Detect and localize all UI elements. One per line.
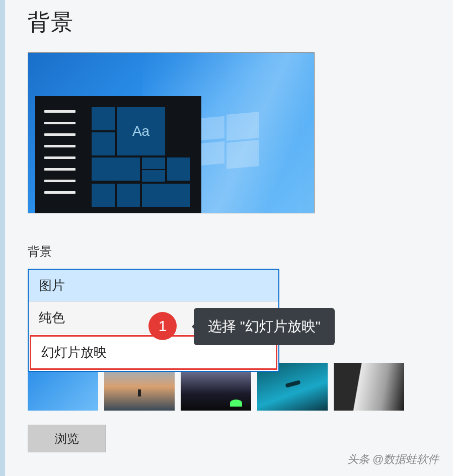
preview-start-menu: Aa <box>35 96 201 213</box>
preview-tile-aa: Aa <box>117 107 165 155</box>
settings-background-page: 背景 Aa <box>0 0 453 452</box>
left-accent-stripe <box>0 0 5 476</box>
watermark-prefix: 头条 <box>347 453 369 465</box>
page-title: 背景 <box>28 8 453 37</box>
watermark-handle: @数据蛙软件 <box>372 453 439 465</box>
background-section-label: 背景 <box>28 244 453 260</box>
instruction-tooltip: 选择 "幻灯片放映" <box>194 308 335 345</box>
step-number-badge: 1 <box>148 312 177 340</box>
preview-tiles: Aa <box>92 107 192 209</box>
watermark: 头条 @数据蛙软件 <box>347 452 439 467</box>
preview-menu-list <box>44 110 76 203</box>
dropdown-option-picture[interactable]: 图片 <box>29 270 278 302</box>
browse-button[interactable]: 浏览 <box>28 425 106 452</box>
desktop-preview: Aa <box>28 52 315 213</box>
thumbnail-5[interactable] <box>334 363 404 411</box>
windows-logo-icon <box>198 113 259 169</box>
background-dropdown-area: 图片 纯色 幻灯片放映 1 选择 "幻灯片放映" <box>28 269 440 411</box>
